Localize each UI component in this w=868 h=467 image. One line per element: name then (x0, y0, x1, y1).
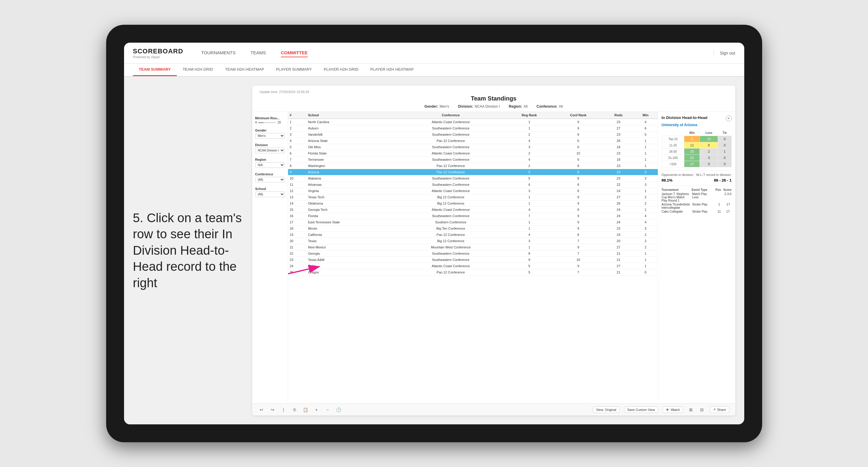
gender-select[interactable]: Men's (255, 133, 285, 139)
table-row[interactable]: 22 Georgia Southeastern Conference 8 7 2… (288, 250, 658, 257)
cell-school: Virginia (306, 188, 396, 194)
cell-school: Georgia (306, 250, 396, 257)
cell-conference: Southeastern Conference (396, 250, 506, 257)
region-select[interactable]: N/A (255, 162, 285, 168)
cell-school: Texas (306, 238, 396, 244)
table-row[interactable]: 6 Florida State Atlantic Coast Conferenc… (288, 150, 658, 157)
redo-icon[interactable]: ↪ (269, 406, 276, 413)
cell-school: California (306, 232, 396, 238)
subnav-player-summary[interactable]: PLAYER SUMMARY (270, 64, 318, 76)
minus-icon[interactable]: − (324, 406, 331, 413)
h2h-stats-row: Top 10 3 13 0 (662, 136, 732, 142)
clock-icon[interactable]: 🕐 (336, 406, 342, 413)
table-row[interactable]: 20 Texas Big 12 Conference 3 7 20 2 (288, 238, 658, 244)
subnav-team-summary[interactable]: TEAM SUMMARY (133, 64, 177, 76)
cell-conf-rank: 6 (553, 157, 603, 163)
cell-win: 1 (633, 250, 657, 257)
cell-conference: Southeastern Conference (396, 157, 506, 163)
table-row[interactable]: 17 East Tennessee State Southern Confere… (288, 219, 658, 225)
table-row[interactable]: 21 New Mexico Mountain West Conference 1… (288, 244, 658, 250)
table-row[interactable]: 3 Vanderbilt Southeastern Conference 2 8… (288, 131, 658, 138)
table-row[interactable]: 23 Texas A&M Southeastern Conference 9 1… (288, 257, 658, 263)
nav-bar: SCOREBOARD Powered by clippd TOURNAMENTS… (124, 43, 744, 64)
table-row[interactable]: 2 Auburn Southeastern Conference 1 9 27 … (288, 125, 658, 131)
cell-conference: Pac-12 Conference (396, 169, 506, 175)
cell-reg-rank: 1 (506, 225, 553, 232)
cell-win: 1 (633, 263, 657, 269)
table-row[interactable]: 8 Washington Pac-12 Conference 2 8 23 1 (288, 163, 658, 169)
h2h-close-button[interactable]: × (726, 116, 732, 121)
table-row[interactable]: 15 Georgia Tech Atlantic Coast Conferenc… (288, 207, 658, 213)
nav-tournaments[interactable]: TOURNAMENTS (201, 49, 236, 57)
table-row[interactable]: 11 Arkansas Southeastern Conference 6 8 … (288, 182, 658, 188)
cell-school: Illinois (306, 225, 396, 232)
share-btn[interactable]: ↗ Share (710, 406, 729, 413)
cell-conference: Pac-12 Conference (396, 232, 506, 238)
cell-school: Ole Miss (306, 144, 396, 150)
cell-reg-rank: 4 (506, 157, 553, 163)
table-row[interactable]: 16 Florida Southeastern Conference 7 9 2… (288, 213, 658, 219)
min-rounds-label: Minimum Rou... (255, 116, 285, 120)
cell-rank: 16 (288, 213, 306, 219)
slider-fill (258, 122, 264, 123)
cell-reg-rank: 4 (506, 138, 553, 144)
subnav-player-h2h-heatmap[interactable]: PLAYER H2H HEATMAP (364, 64, 420, 76)
cell-win: 4 (633, 219, 657, 225)
table-row[interactable]: 12 Virginia Atlantic Coast Conference 3 … (288, 188, 658, 194)
subnav-team-h2h-grid[interactable]: TEAM H2H GRID (177, 64, 219, 76)
annotation-text: 5. Click on a team's row to see their In… (133, 210, 246, 291)
h2h-stats-header: Win Loss Tie (662, 130, 732, 136)
cell-conf-rank: 8 (553, 131, 603, 138)
table-row[interactable]: 13 Texas Tech Big 12 Conference 1 9 27 2 (288, 194, 658, 200)
undo-icon[interactable]: ↩ (258, 406, 265, 413)
table-row[interactable]: 7 Tennessee Southeastern Conference 4 6 … (288, 157, 658, 163)
nav-committee[interactable]: COMMITTEE (281, 49, 308, 57)
division-value: NCAA Division I (475, 104, 500, 108)
nav-teams[interactable]: TEAMS (250, 49, 266, 57)
cell-reg-rank: 2 (506, 150, 553, 157)
cell-rank: 11 (288, 182, 306, 188)
cell-conf-rank: 9 (553, 225, 603, 232)
conference-filter-section: Conference (All) (255, 173, 285, 183)
slider-track[interactable] (258, 122, 276, 123)
forward-icon[interactable]: ⟩ (280, 406, 287, 413)
cell-rank: 25 (288, 269, 306, 276)
watch-btn[interactable]: 👁 Watch (662, 406, 683, 413)
table-row[interactable]: 14 Oklahoma Big 12 Conference 1 9 26 2 (288, 200, 658, 207)
table-row[interactable]: 5 Ole Miss Southeastern Conference 3 6 1… (288, 144, 658, 150)
cell-rank: 22 (288, 250, 306, 257)
divider (662, 170, 732, 170)
copy-icon[interactable]: ⎘ (291, 406, 298, 413)
table-row[interactable]: 18 Illinois Big Ten Conference 1 9 23 3 (288, 225, 658, 232)
table-row[interactable]: 10 Alabama Southeastern Conference 5 8 2… (288, 175, 658, 182)
division-select[interactable]: NCAA Division I (255, 148, 285, 153)
cell-reg-rank: 1 (506, 194, 553, 200)
cell-rds: 23 (603, 225, 633, 232)
cell-conf-rank: 10 (553, 150, 603, 157)
conference-select[interactable]: (All) (255, 177, 285, 183)
h2h-loss-cell: 2 (700, 149, 718, 155)
cell-conference: Big 12 Conference (396, 200, 506, 207)
cell-win: 2 (633, 244, 657, 250)
school-select[interactable]: (All) (255, 191, 285, 197)
paste-icon[interactable]: 📋 (302, 406, 309, 413)
view-original-btn[interactable]: View: Original (593, 406, 620, 413)
cell-conference: Pac-12 Conference (396, 138, 506, 144)
table-row[interactable]: 25 Oregon Pac-12 Conference 5 7 21 0 (288, 269, 658, 276)
add-icon[interactable]: + (313, 406, 320, 413)
subnav-player-h2h-grid[interactable]: PLAYER H2H GRID (318, 64, 364, 76)
cell-conf-rank: 9 (553, 194, 603, 200)
h2h-loss-cell: 3 (700, 155, 718, 161)
grid-icon[interactable]: ⊞ (688, 406, 694, 413)
cell-rank: 2 (288, 125, 306, 131)
table-row[interactable]: 19 California Pac-12 Conference 4 8 24 2 (288, 232, 658, 238)
table-row[interactable]: 1 North Carolina Atlantic Coast Conferen… (288, 119, 658, 125)
h2h-header: In Division Head-to-Head × (662, 116, 732, 121)
table-row[interactable]: 4 Arizona State Pac-12 Conference 4 6 26… (288, 138, 658, 144)
subnav-team-h2h-heatmap[interactable]: TEAM H2H HEATMAP (219, 64, 270, 76)
table-row[interactable]: 24 Duke Atlantic Coast Conference 5 9 27… (288, 263, 658, 269)
table-row[interactable]: 9 Arizona Pac-12 Conference 5 8 23 3 (288, 169, 658, 175)
save-custom-btn[interactable]: Save Custom View (624, 406, 658, 413)
table-icon[interactable]: ⊟ (699, 406, 705, 413)
sign-out-button[interactable]: Sign out (714, 51, 735, 56)
